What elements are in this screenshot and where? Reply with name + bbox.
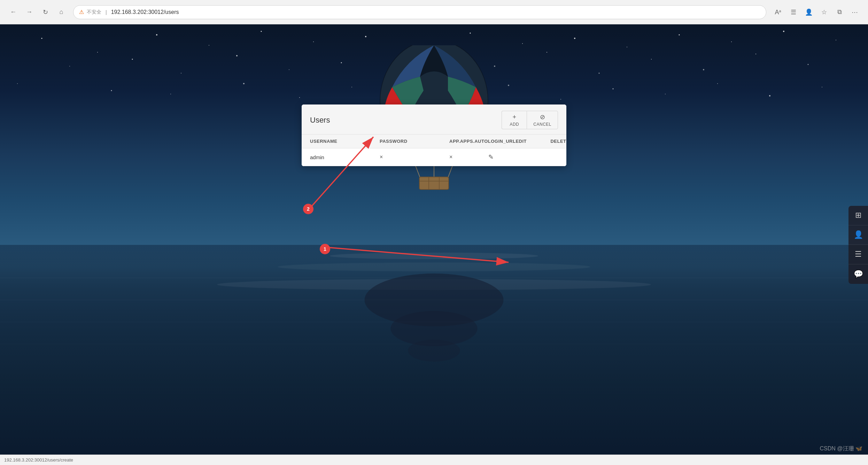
svg-point-36 xyxy=(351,87,352,87)
panel-title: Users xyxy=(310,116,330,125)
add-icon: + xyxy=(513,114,517,121)
users-table: USERNAME PASSWORD APP.APPS.AUTOLOGIN_URL… xyxy=(302,134,566,166)
profile-button[interactable]: 👤 xyxy=(803,6,815,18)
edit-icon[interactable]: ✎ xyxy=(488,154,494,161)
svg-point-40 xyxy=(560,99,561,100)
svg-point-19 xyxy=(236,55,238,56)
more-button[interactable]: ⋯ xyxy=(848,6,861,18)
svg-point-60 xyxy=(408,339,460,361)
add-label: ADD xyxy=(510,122,519,127)
svg-rect-51 xyxy=(419,177,449,189)
svg-point-0 xyxy=(41,38,42,39)
svg-point-35 xyxy=(299,97,300,98)
svg-point-2 xyxy=(156,34,157,36)
col-edit: EDIT xyxy=(516,139,550,144)
add-button[interactable]: + ADD xyxy=(502,111,527,129)
cell-username: admin xyxy=(310,154,380,160)
browser-actions: Aᵃ ☰ 👤 ☆ ⧉ ⋯ xyxy=(772,6,861,18)
csdn-watermark: CSDN @汪珊 🦋 xyxy=(820,445,862,452)
annotation-circle-2: 2 xyxy=(303,204,313,214)
url-text: 192.168.3.202:30012/users xyxy=(111,9,179,15)
back-button[interactable]: ← xyxy=(7,6,20,18)
svg-point-21 xyxy=(341,62,342,63)
page-background: Users + ADD ⊘ CANCEL USERNAME PASSWORD A… xyxy=(0,24,868,465)
favorites-button[interactable]: ☆ xyxy=(818,6,830,18)
col-autologin: APP.APPS.AUTOLOGIN_URL xyxy=(449,139,516,144)
svg-point-32 xyxy=(111,90,112,91)
svg-point-1 xyxy=(97,52,98,53)
users-panel: Users + ADD ⊘ CANCEL USERNAME PASSWORD A… xyxy=(302,104,566,166)
svg-point-11 xyxy=(627,47,627,47)
svg-point-5 xyxy=(313,41,314,42)
svg-point-30 xyxy=(808,64,809,65)
svg-point-17 xyxy=(132,59,133,60)
svg-point-8 xyxy=(470,33,471,34)
svg-point-4 xyxy=(261,31,262,32)
browser-chrome: ← → ↻ ⌂ ⚠ 不安全 | 192.168.3.202:30012/user… xyxy=(0,0,868,24)
svg-point-15 xyxy=(836,40,836,40)
svg-point-34 xyxy=(243,83,245,84)
cell-autologin: × xyxy=(449,154,488,160)
cell-edit: ✎ xyxy=(488,153,523,161)
svg-point-10 xyxy=(574,38,575,39)
panel-actions: + ADD ⊘ CANCEL xyxy=(502,111,558,129)
svg-point-9 xyxy=(522,43,523,44)
col-delete: DELETE xyxy=(550,139,566,144)
svg-point-16 xyxy=(69,66,70,67)
svg-point-29 xyxy=(755,54,756,54)
sidebar-menu-icon[interactable]: ☰ xyxy=(848,245,868,264)
sidebar-chat-icon[interactable]: 💬 xyxy=(848,264,868,284)
text-size-button[interactable]: Aᵃ xyxy=(772,6,784,18)
svg-point-12 xyxy=(679,34,680,36)
svg-point-44 xyxy=(769,95,770,96)
address-bar[interactable]: ⚠ 不安全 | 192.168.3.202:30012/users xyxy=(73,5,766,19)
read-mode-button[interactable]: ☰ xyxy=(787,6,800,18)
svg-point-55 xyxy=(330,253,538,259)
autologin-x-icon: × xyxy=(449,154,452,160)
security-warning-text: 不安全 xyxy=(87,9,101,15)
svg-point-13 xyxy=(731,41,732,42)
svg-point-14 xyxy=(783,31,784,32)
svg-point-45 xyxy=(822,87,822,87)
home-button[interactable]: ⌂ xyxy=(55,6,68,18)
annotation-circle-1: 1 xyxy=(320,244,330,254)
table-header: USERNAME PASSWORD APP.APPS.AUTOLOGIN_URL… xyxy=(302,134,566,148)
svg-point-3 xyxy=(209,45,209,46)
svg-point-43 xyxy=(717,83,718,84)
reload-button[interactable]: ↻ xyxy=(39,6,52,18)
sidebar-grid-icon[interactable]: ⊞ xyxy=(848,206,868,225)
svg-point-56 xyxy=(278,262,590,271)
cancel-button[interactable]: ⊘ CANCEL xyxy=(527,111,558,129)
cancel-label: CANCEL xyxy=(533,122,551,127)
sidebar-user-icon[interactable]: 👤 xyxy=(848,225,868,245)
nav-buttons: ← → ↻ ⌂ xyxy=(7,6,68,18)
security-warning-icon: ⚠ xyxy=(79,9,84,15)
col-password: PASSWORD xyxy=(380,139,449,144)
collections-button[interactable]: ⧉ xyxy=(833,6,846,18)
svg-point-25 xyxy=(547,52,547,53)
cancel-icon: ⊘ xyxy=(540,113,545,121)
svg-point-42 xyxy=(665,94,666,94)
water-area xyxy=(0,245,868,465)
cell-password: × xyxy=(380,154,449,160)
svg-point-41 xyxy=(613,88,614,90)
forward-button[interactable]: → xyxy=(23,6,36,18)
table-row: admin × × ✎ xyxy=(302,148,566,166)
svg-point-31 xyxy=(17,83,18,84)
col-username: USERNAME xyxy=(310,139,380,144)
sidebar-icons: ⊞ 👤 ☰ 💬 xyxy=(848,206,868,284)
svg-point-20 xyxy=(289,69,289,70)
panel-header: Users + ADD ⊘ CANCEL xyxy=(302,104,566,134)
password-x-icon: × xyxy=(380,154,383,160)
svg-point-18 xyxy=(181,73,181,73)
svg-point-27 xyxy=(651,59,652,60)
svg-point-28 xyxy=(703,69,704,70)
status-bar: 192.168.3.202:30012/users/create xyxy=(0,455,868,465)
svg-point-26 xyxy=(599,73,600,74)
svg-point-33 xyxy=(170,94,171,94)
status-url: 192.168.3.202:30012/users/create xyxy=(4,457,73,463)
svg-point-6 xyxy=(365,36,366,37)
svg-point-39 xyxy=(508,85,509,86)
